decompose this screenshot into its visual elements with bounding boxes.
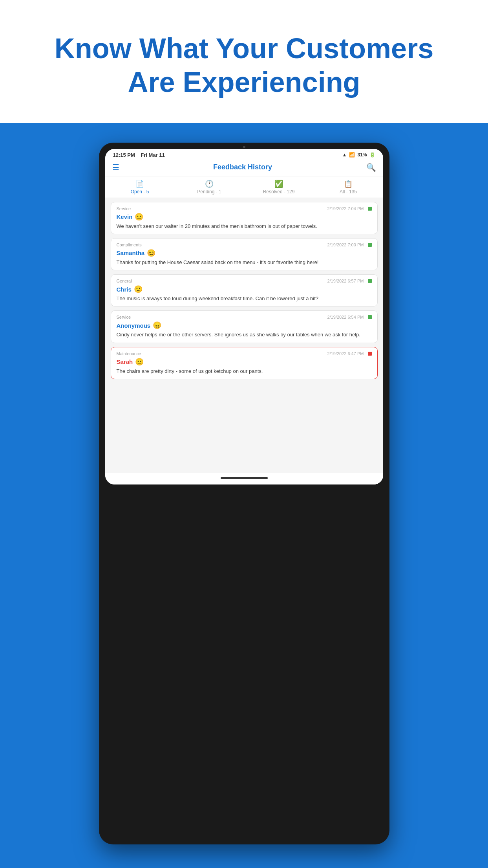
card-user-row-chris: Chris 🙂 xyxy=(117,285,372,294)
card-category-sarah: Maintenance xyxy=(117,351,141,356)
card-username-anonymous: Anonymous xyxy=(117,322,151,329)
card-flag-samantha xyxy=(368,243,372,247)
tab-open-label: Open - 5 xyxy=(131,189,149,195)
tab-open[interactable]: 📄 Open - 5 xyxy=(105,176,175,198)
card-user-row-samantha: Samantha 😊 xyxy=(117,249,372,257)
card-username-kevin: Kevin xyxy=(117,213,133,220)
tab-pending-icon: 🕐 xyxy=(205,180,214,188)
tab-open-icon: 📄 xyxy=(135,180,144,188)
search-icon[interactable]: 🔍 xyxy=(366,163,376,172)
status-bar-time-date: 12:15 PM Fri Mar 11 xyxy=(113,152,165,158)
card-emoji-anonymous: 😠 xyxy=(153,321,161,330)
tablet-frame: 12:15 PM Fri Mar 11 ▲ 📶 31% 🔋 ☰ Feedback… xyxy=(99,143,389,844)
tab-resolved-label: Resolved - 129 xyxy=(263,189,295,195)
card-message-sarah: The chairs are pretty dirty - some of us… xyxy=(117,368,372,375)
card-username-chris: Chris xyxy=(117,286,132,293)
card-username-samantha: Samantha xyxy=(117,250,145,256)
feedback-card-samantha[interactable]: Compliments 2/19/2022 7:00 PM Samantha 😊… xyxy=(111,238,378,270)
feedback-list: Service 2/19/2022 7:04 PM Kevin 😐 We hav… xyxy=(105,198,383,473)
tab-pending[interactable]: 🕐 Pending - 1 xyxy=(175,176,244,198)
card-emoji-sarah: 😐 xyxy=(135,358,144,366)
feedback-card-anonymous[interactable]: Service 2/19/2022 6:54 PM Anonymous 😠 Ci… xyxy=(111,310,378,343)
card-emoji-kevin: 😐 xyxy=(135,213,143,221)
tab-all-icon: 📋 xyxy=(344,180,353,188)
feedback-card-chris[interactable]: General 2/19/2022 6:57 PM Chris 🙂 The mu… xyxy=(111,274,378,306)
status-bar: 12:15 PM Fri Mar 11 ▲ 📶 31% 🔋 xyxy=(105,149,383,160)
app-header-title: Feedback History xyxy=(213,163,272,171)
tab-resolved[interactable]: ✅ Resolved - 129 xyxy=(244,176,314,198)
signal-icon: ▲ xyxy=(342,152,347,158)
card-username-sarah: Sarah xyxy=(117,358,133,365)
app-header: ☰ Feedback History 🔍 xyxy=(105,160,383,176)
card-user-row-kevin: Kevin 😐 xyxy=(117,213,372,221)
tab-all-label: All - 135 xyxy=(340,189,357,195)
card-date-kevin: 2/19/2022 7:04 PM xyxy=(327,206,371,211)
battery-text: 31% xyxy=(357,152,367,158)
tab-resolved-icon: ✅ xyxy=(274,180,283,188)
card-header-chris: General 2/19/2022 6:57 PM xyxy=(117,279,372,283)
card-date-anonymous: 2/19/2022 6:54 PM xyxy=(327,315,371,319)
card-message-anonymous: Cindy never helps me or the other server… xyxy=(117,331,372,338)
feedback-card-sarah[interactable]: Maintenance 2/19/2022 6:47 PM Sarah 😐 Th… xyxy=(111,347,378,379)
card-date-sarah: 2/19/2022 6:47 PM xyxy=(327,351,371,356)
home-bar-line xyxy=(221,477,268,479)
card-header-sarah: Maintenance 2/19/2022 6:47 PM xyxy=(117,351,372,356)
card-category-chris: General xyxy=(117,279,132,283)
hero-title: Know What Your Customers Are Experiencin… xyxy=(16,31,472,99)
tab-bar: 📄 Open - 5 🕐 Pending - 1 ✅ Resolved - 12… xyxy=(105,176,383,198)
wifi-icon: 📶 xyxy=(349,152,355,158)
card-message-chris: The music is always too loud during week… xyxy=(117,295,372,302)
card-header-kevin: Service 2/19/2022 7:04 PM xyxy=(117,206,372,211)
status-date: Fri Mar 11 xyxy=(141,152,164,158)
hero-title-line1: Know What Your Customers xyxy=(55,33,433,64)
card-flag-anonymous xyxy=(368,315,372,319)
card-flag-kevin xyxy=(368,207,372,211)
tab-pending-label: Pending - 1 xyxy=(197,189,221,195)
card-emoji-samantha: 😊 xyxy=(147,249,155,257)
battery-icon: 🔋 xyxy=(369,152,375,158)
card-user-row-sarah: Sarah 😐 xyxy=(117,358,372,366)
card-message-kevin: We haven't seen our waiter in 20 minutes… xyxy=(117,223,372,230)
card-category-samantha: Compliments xyxy=(117,242,142,247)
card-category-anonymous: Service xyxy=(117,315,131,319)
card-category-kevin: Service xyxy=(117,206,131,211)
card-emoji-chris: 🙂 xyxy=(134,285,143,294)
tablet-screen: 12:15 PM Fri Mar 11 ▲ 📶 31% 🔋 ☰ Feedback… xyxy=(105,149,383,484)
card-date-samantha: 2/19/2022 7:00 PM xyxy=(327,242,371,247)
feedback-card-kevin[interactable]: Service 2/19/2022 7:04 PM Kevin 😐 We hav… xyxy=(111,202,378,234)
status-time: 12:15 PM xyxy=(113,152,135,158)
home-bar xyxy=(105,473,383,484)
hero-section: Know What Your Customers Are Experiencin… xyxy=(0,0,488,123)
menu-icon[interactable]: ☰ xyxy=(112,163,119,172)
status-bar-right: ▲ 📶 31% 🔋 xyxy=(342,152,375,158)
tab-all[interactable]: 📋 All - 135 xyxy=(314,176,383,198)
card-header-anonymous: Service 2/19/2022 6:54 PM xyxy=(117,315,372,319)
card-header-samantha: Compliments 2/19/2022 7:00 PM xyxy=(117,242,372,247)
card-date-chris: 2/19/2022 6:57 PM xyxy=(327,279,371,283)
card-flag-chris xyxy=(368,279,372,283)
card-message-samantha: Thanks for putting the House Caesar sala… xyxy=(117,259,372,266)
blue-bg-section: 12:15 PM Fri Mar 11 ▲ 📶 31% 🔋 ☰ Feedback… xyxy=(0,123,488,868)
card-flag-sarah xyxy=(368,352,372,356)
card-user-row-anonymous: Anonymous 😠 xyxy=(117,321,372,330)
hero-title-line2: Are Experiencing xyxy=(128,66,360,98)
